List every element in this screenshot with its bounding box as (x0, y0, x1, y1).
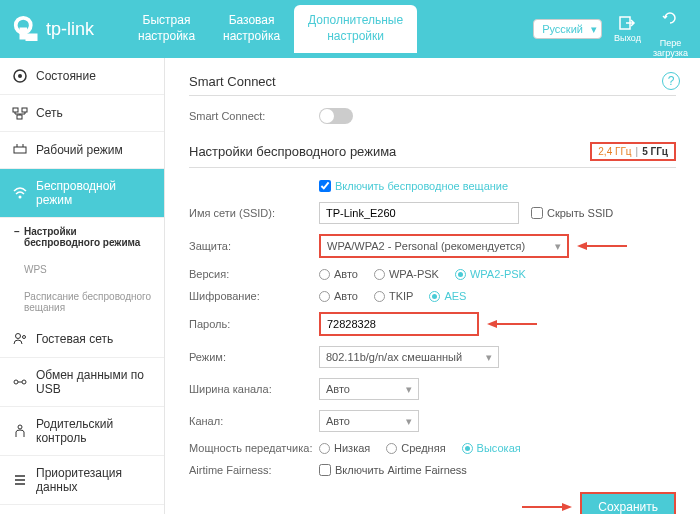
tx-power-high[interactable]: Высокая (462, 442, 521, 454)
version-label: Версия: (189, 268, 319, 280)
svg-marker-21 (562, 503, 572, 511)
sidebar-item-wireless[interactable]: Беспроводной режим (0, 169, 164, 218)
sidebar-item-guest[interactable]: Гостевая сеть (0, 321, 164, 358)
usb-icon (12, 374, 28, 390)
mode-icon (12, 142, 28, 158)
svg-point-11 (16, 334, 21, 339)
encryption-label: Шифрование: (189, 290, 319, 302)
ssid-label: Имя сети (SSID): (189, 207, 319, 219)
sidebar-sub-schedule[interactable]: Расписание беспроводного вещания (0, 283, 164, 321)
parental-icon (12, 423, 28, 439)
guest-icon (12, 331, 28, 347)
status-icon (12, 68, 28, 84)
version-wpa2[interactable]: WPA2-PSK (455, 268, 526, 280)
sidebar-item-status[interactable]: Состояние (0, 58, 164, 95)
sidebar-sub-wps[interactable]: WPS (0, 256, 164, 283)
enable-broadcast-checkbox[interactable]: Включить беспроводное вещание (319, 180, 508, 192)
tab-basic[interactable]: Базоваянастройка (209, 5, 294, 52)
sidebar-item-qos[interactable]: Приоритезация данных (0, 456, 164, 505)
sidebar-item-usb[interactable]: Обмен данными по USB (0, 358, 164, 407)
version-auto[interactable]: Авто (319, 268, 358, 280)
svg-rect-2 (26, 34, 38, 42)
ssid-input[interactable] (319, 202, 519, 224)
tab-quick-setup[interactable]: Быстраянастройка (124, 5, 209, 52)
encryption-aes[interactable]: AES (429, 290, 466, 302)
exit-icon (618, 15, 636, 31)
reboot-button[interactable]: Пере загрузка (653, 0, 688, 58)
svg-rect-7 (22, 108, 27, 112)
qos-icon (12, 472, 28, 488)
svg-point-10 (19, 196, 22, 199)
header-right: Русский Выход Пере загрузка (533, 0, 688, 58)
channel-width-select[interactable]: Авто (319, 378, 419, 400)
airtime-label: Airtime Fairness: (189, 464, 319, 476)
svg-point-5 (18, 74, 22, 78)
sidebar-item-mode[interactable]: Рабочий режим (0, 132, 164, 169)
sidebar-sub-wireless-settings[interactable]: Настройки беспроводного режима (0, 218, 164, 256)
airtime-checkbox[interactable]: Включить Airtime Fairness (319, 464, 467, 476)
password-input[interactable] (319, 312, 479, 336)
security-select[interactable]: WPA/WPA2 - Personal (рекомендуется) (319, 234, 569, 258)
arrow-annotation-save (522, 501, 572, 513)
band-5ghz[interactable]: 5 ГГц (642, 146, 668, 157)
sidebar-item-security[interactable]: Защита (0, 505, 164, 514)
tx-power-label: Мощность передатчика: (189, 442, 319, 454)
arrow-annotation-security (577, 240, 627, 252)
network-icon (12, 105, 28, 121)
tx-power-mid[interactable]: Средняя (386, 442, 445, 454)
brand-text: tp-link (46, 19, 94, 40)
smart-connect-label: Smart Connect: (189, 110, 319, 122)
arrow-annotation-password (487, 318, 537, 330)
mode-select[interactable]: 802.11b/g/n/ax смешанный (319, 346, 499, 368)
band-24ghz[interactable]: 2,4 ГГц (598, 146, 631, 157)
sidebar-item-network[interactable]: Сеть (0, 95, 164, 132)
help-icon[interactable]: ? (662, 72, 680, 90)
content-panel: ? Smart Connect Smart Connect: Настройки… (165, 58, 700, 514)
reload-icon (661, 10, 679, 26)
smart-connect-title: Smart Connect (189, 74, 676, 96)
encryption-auto[interactable]: Авто (319, 290, 358, 302)
sidebar: Состояние Сеть Рабочий режим Беспроводно… (0, 58, 165, 514)
header: tp-link Быстраянастройка Базоваянастройк… (0, 0, 700, 58)
channel-width-label: Ширина канала: (189, 383, 319, 395)
brand-logo: tp-link (12, 14, 94, 44)
wireless-section-title: Настройки беспроводного режима (189, 144, 396, 159)
svg-point-12 (23, 336, 26, 339)
sidebar-item-parental[interactable]: Родительский контроль (0, 407, 164, 456)
version-wpa[interactable]: WPA-PSK (374, 268, 439, 280)
channel-label: Канал: (189, 415, 319, 427)
svg-point-13 (14, 380, 18, 384)
password-label: Пароль: (189, 318, 319, 330)
svg-point-14 (22, 380, 26, 384)
smart-connect-toggle[interactable] (319, 108, 353, 124)
band-selector[interactable]: 2,4 ГГц|5 ГГц (590, 142, 676, 161)
encryption-radio-group: Авто TKIP AES (319, 290, 466, 302)
version-radio-group: Авто WPA-PSK WPA2-PSK (319, 268, 526, 280)
svg-marker-19 (487, 320, 497, 328)
save-button[interactable]: Сохранить (580, 492, 676, 514)
svg-point-15 (18, 425, 22, 429)
security-label: Защита: (189, 240, 319, 252)
mode-label: Режим: (189, 351, 319, 363)
nav-tabs: Быстраянастройка Базоваянастройка Дополн… (124, 5, 417, 52)
svg-rect-8 (17, 115, 22, 119)
wireless-section-header: Настройки беспроводного режима 2,4 ГГц|5… (189, 142, 676, 168)
channel-select[interactable]: Авто (319, 410, 419, 432)
tx-power-low[interactable]: Низкая (319, 442, 370, 454)
svg-marker-17 (577, 242, 587, 250)
encryption-tkip[interactable]: TKIP (374, 290, 413, 302)
language-select[interactable]: Русский (533, 19, 602, 39)
hide-ssid-checkbox[interactable]: Скрыть SSID (531, 207, 613, 219)
wireless-icon (12, 185, 28, 201)
svg-rect-6 (13, 108, 18, 112)
tab-advanced[interactable]: Дополнительныенастройки (294, 5, 417, 52)
main: Состояние Сеть Рабочий режим Беспроводно… (0, 58, 700, 514)
logout-button[interactable]: Выход (614, 15, 641, 43)
svg-rect-9 (14, 147, 26, 153)
tx-power-radio-group: Низкая Средняя Высокая (319, 442, 521, 454)
tplink-logo-icon (12, 14, 42, 44)
